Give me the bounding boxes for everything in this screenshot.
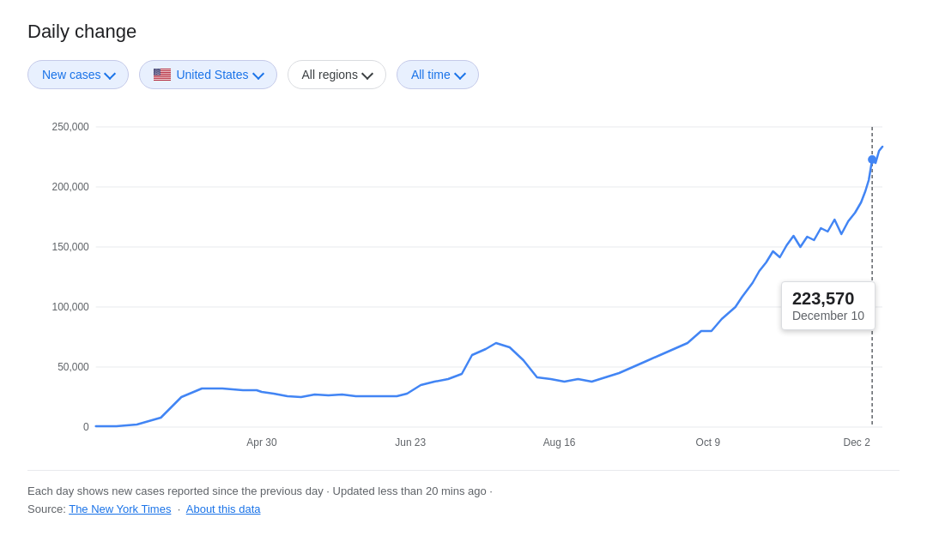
svg-point-46	[160, 74, 161, 75]
svg-text:Aug 16: Aug 16	[543, 437, 576, 449]
svg-point-23	[159, 70, 160, 71]
us-flag-icon	[154, 69, 171, 81]
svg-point-20	[155, 70, 156, 71]
about-link[interactable]: About this data	[186, 503, 261, 515]
chevron-icon	[454, 67, 466, 79]
chevron-icon	[251, 67, 264, 79]
page-title: Daily change	[27, 21, 900, 43]
svg-point-21	[156, 70, 157, 71]
svg-text:Apr 30: Apr 30	[246, 437, 277, 449]
svg-point-22	[157, 70, 158, 71]
svg-point-33	[157, 72, 158, 73]
svg-point-16	[157, 69, 158, 70]
filter-country-label: United States	[176, 68, 248, 81]
svg-rect-10	[154, 78, 171, 79]
footer: Each day shows new cases reported since …	[27, 470, 900, 519]
chart-svg: 250,000 200,000 150,000 100,000 50,000 0…	[27, 110, 900, 453]
chart-tooltip-dot	[868, 155, 876, 164]
svg-point-40	[159, 73, 160, 74]
svg-point-43	[156, 74, 157, 75]
svg-point-37	[155, 73, 156, 74]
svg-point-35	[160, 72, 161, 73]
svg-point-26	[155, 71, 156, 72]
svg-point-17	[158, 69, 159, 70]
svg-text:250,000: 250,000	[52, 121, 90, 133]
svg-point-32	[156, 72, 157, 73]
chart-line	[96, 147, 882, 426]
svg-text:Dec 2: Dec 2	[844, 437, 871, 449]
svg-rect-12	[154, 80, 171, 81]
svg-point-42	[155, 74, 156, 75]
svg-point-44	[157, 74, 158, 75]
footer-description: Each day shows new cases reported since …	[27, 485, 493, 497]
nyt-link[interactable]: The New York Times	[69, 503, 171, 515]
svg-text:100,000: 100,000	[52, 301, 90, 313]
svg-point-18	[159, 69, 160, 70]
svg-point-24	[160, 70, 161, 71]
filter-region-label: All regions	[302, 68, 358, 81]
chevron-icon	[361, 67, 373, 79]
svg-text:Jun 23: Jun 23	[395, 437, 426, 449]
svg-point-31	[155, 72, 156, 73]
svg-text:150,000: 150,000	[52, 241, 90, 253]
filter-country[interactable]: United States	[139, 60, 276, 89]
svg-point-34	[159, 72, 160, 73]
svg-text:Oct 9: Oct 9	[696, 437, 721, 449]
chevron-icon	[104, 67, 116, 79]
svg-rect-11	[154, 79, 171, 80]
filter-metric[interactable]: New cases	[27, 60, 129, 89]
svg-point-27	[157, 71, 158, 72]
svg-point-14	[154, 69, 155, 70]
filter-time-label: All time	[411, 68, 451, 81]
svg-point-41	[161, 73, 161, 74]
svg-rect-9	[154, 77, 171, 78]
svg-rect-7	[154, 75, 171, 76]
chart-container: 250,000 200,000 150,000 100,000 50,000 0…	[27, 110, 900, 453]
svg-point-28	[158, 71, 159, 72]
filter-time[interactable]: All time	[397, 60, 479, 89]
svg-point-19	[161, 69, 161, 70]
svg-point-15	[155, 69, 156, 70]
svg-point-25	[154, 71, 155, 72]
svg-rect-8	[154, 76, 171, 77]
svg-point-29	[159, 71, 160, 72]
svg-text:50,000: 50,000	[58, 361, 89, 373]
svg-point-39	[158, 73, 159, 74]
svg-point-45	[159, 74, 160, 75]
filters-bar: New cases	[27, 60, 900, 89]
svg-point-36	[154, 73, 155, 74]
footer-source-prefix: Source:	[27, 503, 69, 515]
svg-text:0: 0	[83, 421, 89, 433]
filter-metric-label: New cases	[42, 68, 100, 81]
svg-point-30	[161, 71, 161, 72]
filter-region[interactable]: All regions	[288, 60, 386, 89]
svg-text:200,000: 200,000	[52, 181, 90, 193]
svg-point-38	[157, 73, 158, 74]
